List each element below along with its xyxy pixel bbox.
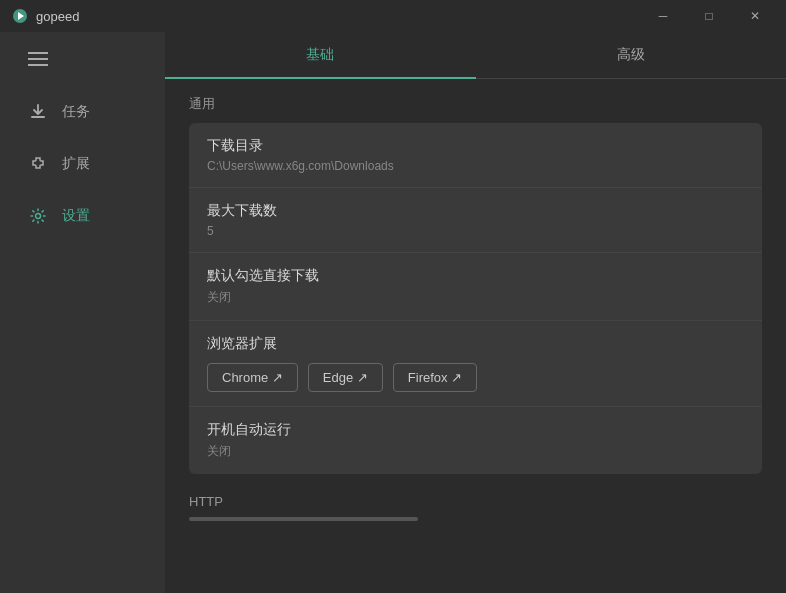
- titlebar: gopeed ─ □ ✕: [0, 0, 786, 32]
- download-dir-label: 下载目录: [207, 137, 744, 155]
- default-direct-label: 默认勾选直接下载: [207, 267, 744, 285]
- sidebar-menu-button[interactable]: [0, 40, 165, 78]
- svg-point-3: [36, 214, 41, 219]
- tabs-bar: 基础 高级: [165, 32, 786, 79]
- titlebar-left: gopeed: [12, 8, 79, 24]
- maximize-button[interactable]: □: [686, 0, 732, 32]
- puzzle-icon: [28, 154, 48, 174]
- browser-extensions-row: 浏览器扩展 Chrome ↗ Edge ↗ Firefox ↗: [189, 321, 762, 407]
- http-divider: [189, 517, 418, 521]
- max-downloads-label: 最大下载数: [207, 202, 744, 220]
- auto-start-label: 开机自动运行: [207, 421, 744, 439]
- download-dir-value: C:\Users\www.x6g.com\Downloads: [207, 159, 744, 173]
- general-card: 下载目录 C:\Users\www.x6g.com\Downloads 最大下载…: [189, 123, 762, 474]
- browser-buttons-group: Chrome ↗ Edge ↗ Firefox ↗: [207, 363, 744, 392]
- download-dir-row[interactable]: 下载目录 C:\Users\www.x6g.com\Downloads: [189, 123, 762, 188]
- download-icon: [28, 102, 48, 122]
- main-panel: 基础 高级 通用 下载目录 C:\Users\www.x6g.com\Downl…: [165, 32, 786, 593]
- minimize-button[interactable]: ─: [640, 0, 686, 32]
- settings-label: 设置: [62, 207, 90, 225]
- svg-rect-2: [31, 116, 45, 118]
- window-controls: ─ □ ✕: [640, 0, 778, 32]
- browser-extensions-label: 浏览器扩展: [207, 335, 744, 353]
- close-button[interactable]: ✕: [732, 0, 778, 32]
- tasks-label: 任务: [62, 103, 90, 121]
- default-direct-value: 关闭: [207, 289, 744, 306]
- app-logo: [12, 8, 28, 24]
- default-direct-row[interactable]: 默认勾选直接下载 关闭: [189, 253, 762, 321]
- tab-basic[interactable]: 基础: [165, 32, 476, 78]
- sidebar-item-settings[interactable]: 设置: [0, 190, 165, 242]
- edge-button[interactable]: Edge ↗: [308, 363, 383, 392]
- max-downloads-value: 5: [207, 224, 744, 238]
- extensions-label: 扩展: [62, 155, 90, 173]
- content-area: 通用 下载目录 C:\Users\www.x6g.com\Downloads 最…: [165, 79, 786, 593]
- general-section-title: 通用: [189, 95, 762, 113]
- auto-start-value: 关闭: [207, 443, 744, 460]
- max-downloads-row[interactable]: 最大下载数 5: [189, 188, 762, 253]
- gear-icon: [28, 206, 48, 226]
- app-container: 任务 扩展 设置 基础: [0, 32, 786, 593]
- sidebar-item-extensions[interactable]: 扩展: [0, 138, 165, 190]
- app-name: gopeed: [36, 9, 79, 24]
- chrome-button[interactable]: Chrome ↗: [207, 363, 298, 392]
- firefox-button[interactable]: Firefox ↗: [393, 363, 477, 392]
- hamburger-icon: [28, 52, 165, 66]
- tab-advanced[interactable]: 高级: [476, 32, 787, 78]
- sidebar: 任务 扩展 设置: [0, 32, 165, 593]
- http-section-title: HTTP: [189, 488, 762, 509]
- sidebar-item-tasks[interactable]: 任务: [0, 86, 165, 138]
- auto-start-row[interactable]: 开机自动运行 关闭: [189, 407, 762, 474]
